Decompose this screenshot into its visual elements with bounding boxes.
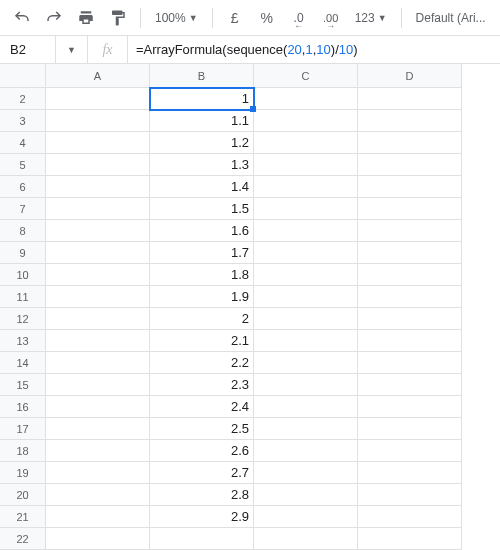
cell-reference[interactable]: B2: [0, 36, 56, 63]
cell[interactable]: [46, 396, 150, 418]
cell[interactable]: [46, 440, 150, 462]
cell[interactable]: [46, 264, 150, 286]
cell[interactable]: 2: [150, 308, 254, 330]
cell[interactable]: 2.7: [150, 462, 254, 484]
cell[interactable]: [254, 484, 358, 506]
currency-button[interactable]: £: [221, 4, 249, 32]
cell[interactable]: [46, 198, 150, 220]
cell[interactable]: [254, 352, 358, 374]
cell[interactable]: [358, 440, 462, 462]
cell[interactable]: [358, 242, 462, 264]
row-header[interactable]: 21: [0, 506, 46, 528]
cell[interactable]: [358, 286, 462, 308]
cell[interactable]: [358, 528, 462, 550]
cell[interactable]: [46, 286, 150, 308]
cell[interactable]: [46, 154, 150, 176]
cell[interactable]: [254, 220, 358, 242]
row-header[interactable]: 19: [0, 462, 46, 484]
cell[interactable]: 1.6: [150, 220, 254, 242]
cell[interactable]: [254, 154, 358, 176]
number-format-dropdown[interactable]: 123 ▼: [349, 11, 393, 25]
print-button[interactable]: [72, 4, 100, 32]
cell[interactable]: 2.9: [150, 506, 254, 528]
cell[interactable]: [254, 264, 358, 286]
row-header[interactable]: 7: [0, 198, 46, 220]
cell[interactable]: [254, 528, 358, 550]
column-header[interactable]: D: [358, 64, 462, 88]
cell[interactable]: [46, 374, 150, 396]
undo-button[interactable]: [8, 4, 36, 32]
cell[interactable]: [46, 88, 150, 110]
cell[interactable]: [358, 330, 462, 352]
cell[interactable]: [358, 374, 462, 396]
row-header[interactable]: 13: [0, 330, 46, 352]
cell[interactable]: 1.9: [150, 286, 254, 308]
row-header[interactable]: 2: [0, 88, 46, 110]
cell[interactable]: 2.6: [150, 440, 254, 462]
cell[interactable]: [254, 242, 358, 264]
font-dropdown[interactable]: Default (Ari...: [410, 11, 492, 25]
cell[interactable]: [358, 264, 462, 286]
cell[interactable]: [358, 462, 462, 484]
decrease-decimal-button[interactable]: .0 ←: [285, 4, 313, 32]
cell[interactable]: [254, 462, 358, 484]
cell[interactable]: [46, 528, 150, 550]
redo-button[interactable]: [40, 4, 68, 32]
cell[interactable]: 1.4: [150, 176, 254, 198]
row-header[interactable]: 11: [0, 286, 46, 308]
row-header[interactable]: 18: [0, 440, 46, 462]
formula-input[interactable]: =ArrayFormula(sequence(20,1,10)/10): [128, 36, 500, 63]
cell[interactable]: [358, 352, 462, 374]
row-header[interactable]: 10: [0, 264, 46, 286]
cell[interactable]: [254, 440, 358, 462]
row-header[interactable]: 17: [0, 418, 46, 440]
row-header[interactable]: 9: [0, 242, 46, 264]
cell[interactable]: [358, 484, 462, 506]
cell[interactable]: 1.8: [150, 264, 254, 286]
cell[interactable]: [254, 132, 358, 154]
row-header[interactable]: 16: [0, 396, 46, 418]
cell[interactable]: [46, 418, 150, 440]
cell[interactable]: [46, 132, 150, 154]
cell[interactable]: [46, 308, 150, 330]
cell[interactable]: 1: [150, 88, 254, 110]
cell[interactable]: [358, 88, 462, 110]
cell[interactable]: [46, 110, 150, 132]
cell[interactable]: 2.3: [150, 374, 254, 396]
cell[interactable]: [358, 110, 462, 132]
cell[interactable]: 1.7: [150, 242, 254, 264]
row-header[interactable]: 8: [0, 220, 46, 242]
cell[interactable]: [254, 198, 358, 220]
cell-reference-dropdown[interactable]: ▼: [56, 36, 88, 63]
column-header[interactable]: A: [46, 64, 150, 88]
cell[interactable]: [358, 198, 462, 220]
cell[interactable]: [358, 308, 462, 330]
select-all-corner[interactable]: [0, 64, 46, 88]
cell[interactable]: [254, 374, 358, 396]
row-header[interactable]: 6: [0, 176, 46, 198]
cell[interactable]: 2.2: [150, 352, 254, 374]
cell[interactable]: [46, 330, 150, 352]
cell[interactable]: [46, 462, 150, 484]
cell[interactable]: [254, 286, 358, 308]
row-header[interactable]: 22: [0, 528, 46, 550]
row-header[interactable]: 14: [0, 352, 46, 374]
cell[interactable]: [254, 418, 358, 440]
cell[interactable]: 1.5: [150, 198, 254, 220]
cell[interactable]: 1.2: [150, 132, 254, 154]
row-header[interactable]: 20: [0, 484, 46, 506]
cell[interactable]: 2.4: [150, 396, 254, 418]
cell[interactable]: [358, 132, 462, 154]
row-header[interactable]: 15: [0, 374, 46, 396]
cell[interactable]: [358, 418, 462, 440]
cell[interactable]: [254, 110, 358, 132]
cell[interactable]: 2.1: [150, 330, 254, 352]
cell[interactable]: [254, 330, 358, 352]
cell[interactable]: 1.1: [150, 110, 254, 132]
cell[interactable]: [150, 528, 254, 550]
cell[interactable]: [254, 396, 358, 418]
cell[interactable]: [254, 308, 358, 330]
cell[interactable]: 2.8: [150, 484, 254, 506]
row-header[interactable]: 4: [0, 132, 46, 154]
row-header[interactable]: 3: [0, 110, 46, 132]
